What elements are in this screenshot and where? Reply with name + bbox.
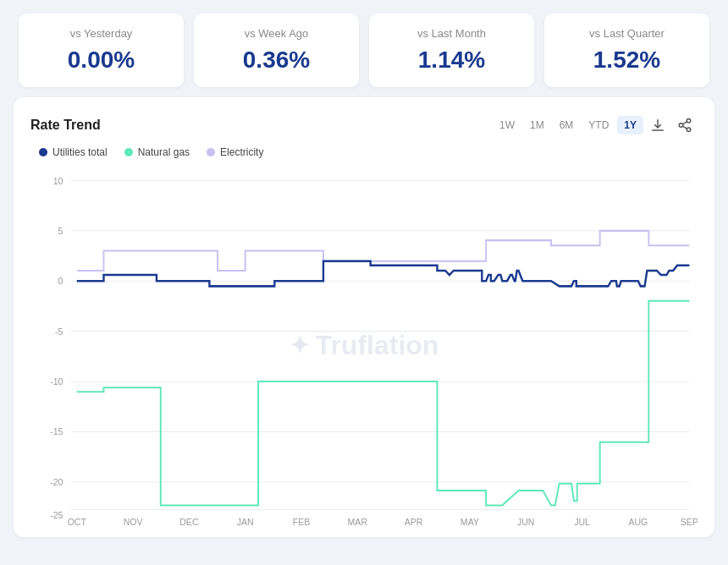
legend-label-electricity: Electricity bbox=[220, 146, 263, 158]
card-yesterday: vs Yesterday 0.00% bbox=[19, 14, 184, 87]
chart-svg: 10 5 0 -5 -10 -15 -20 -25 OCT NOV DEC JA… bbox=[30, 163, 698, 527]
svg-text:10: 10 bbox=[53, 175, 63, 185]
svg-point-0 bbox=[687, 119, 691, 123]
svg-text:-25: -25 bbox=[50, 509, 63, 519]
svg-text:APR: APR bbox=[405, 517, 423, 527]
svg-text:-10: -10 bbox=[50, 376, 63, 387]
chart-legend: Utilities total Natural gas Electricity bbox=[30, 146, 698, 158]
legend-dot-utilities bbox=[39, 148, 47, 156]
legend-dot-gas bbox=[124, 148, 133, 156]
svg-text:JUL: JUL bbox=[574, 517, 590, 527]
legend-utilities-total: Utilities total bbox=[39, 146, 108, 158]
card-yesterday-value: 0.00% bbox=[36, 47, 167, 74]
top-cards-row: vs Yesterday 0.00% vs Week Ago 0.36% vs … bbox=[0, 0, 728, 97]
time-btn-1y[interactable]: 1Y bbox=[617, 116, 643, 134]
legend-dot-electricity bbox=[207, 148, 215, 156]
share-button[interactable] bbox=[672, 112, 698, 138]
svg-point-2 bbox=[687, 128, 691, 132]
svg-text:MAR: MAR bbox=[348, 517, 368, 527]
chart-container: Rate Trend 1W 1M 6M YTD 1Y bbox=[14, 97, 714, 537]
svg-text:DEC: DEC bbox=[179, 517, 198, 527]
svg-point-1 bbox=[679, 123, 683, 128]
card-last-quarter-value: 1.52% bbox=[561, 47, 692, 74]
download-button[interactable] bbox=[645, 112, 670, 138]
card-last-quarter-label: vs Last Quarter bbox=[561, 27, 692, 40]
time-btn-6m[interactable]: 6M bbox=[553, 116, 581, 134]
svg-text:FEB: FEB bbox=[293, 517, 311, 527]
card-last-month-value: 1.14% bbox=[386, 47, 517, 74]
svg-text:JAN: JAN bbox=[237, 517, 254, 527]
svg-text:OCT: OCT bbox=[68, 517, 87, 527]
legend-electricity: Electricity bbox=[207, 146, 263, 158]
card-last-quarter: vs Last Quarter 1.52% bbox=[544, 14, 709, 87]
card-yesterday-label: vs Yesterday bbox=[36, 27, 167, 40]
svg-line-4 bbox=[682, 122, 687, 124]
chart-header: Rate Trend 1W 1M 6M YTD 1Y bbox=[30, 112, 698, 138]
time-btn-ytd[interactable]: YTD bbox=[582, 116, 615, 134]
svg-text:AUG: AUG bbox=[628, 517, 648, 527]
time-btn-1w[interactable]: 1W bbox=[493, 116, 521, 134]
svg-text:JUN: JUN bbox=[517, 517, 535, 527]
card-last-month: vs Last Month 1.14% bbox=[369, 14, 534, 87]
svg-text:0: 0 bbox=[58, 276, 63, 286]
card-last-month-label: vs Last Month bbox=[386, 27, 517, 40]
chart-area: ✦ Truflation 10 5 0 -5 -10 bbox=[30, 163, 698, 527]
svg-text:SEP: SEP bbox=[681, 517, 698, 527]
svg-text:-15: -15 bbox=[50, 426, 63, 436]
svg-text:-20: -20 bbox=[50, 477, 63, 487]
legend-label-utilities: Utilities total bbox=[52, 146, 108, 158]
time-filters: 1W 1M 6M YTD 1Y bbox=[493, 112, 698, 138]
svg-text:5: 5 bbox=[58, 226, 63, 236]
card-week-ago-label: vs Week Ago bbox=[211, 27, 342, 40]
svg-line-3 bbox=[682, 126, 687, 129]
legend-natural-gas: Natural gas bbox=[124, 146, 190, 158]
chart-title: Rate Trend bbox=[30, 118, 101, 133]
card-week-ago-value: 0.36% bbox=[211, 47, 342, 74]
svg-text:NOV: NOV bbox=[124, 517, 144, 527]
card-week-ago: vs Week Ago 0.36% bbox=[194, 14, 359, 87]
time-btn-1m[interactable]: 1M bbox=[523, 116, 551, 134]
svg-text:MAY: MAY bbox=[461, 517, 480, 527]
legend-label-gas: Natural gas bbox=[138, 146, 190, 158]
svg-text:-5: -5 bbox=[55, 326, 63, 336]
